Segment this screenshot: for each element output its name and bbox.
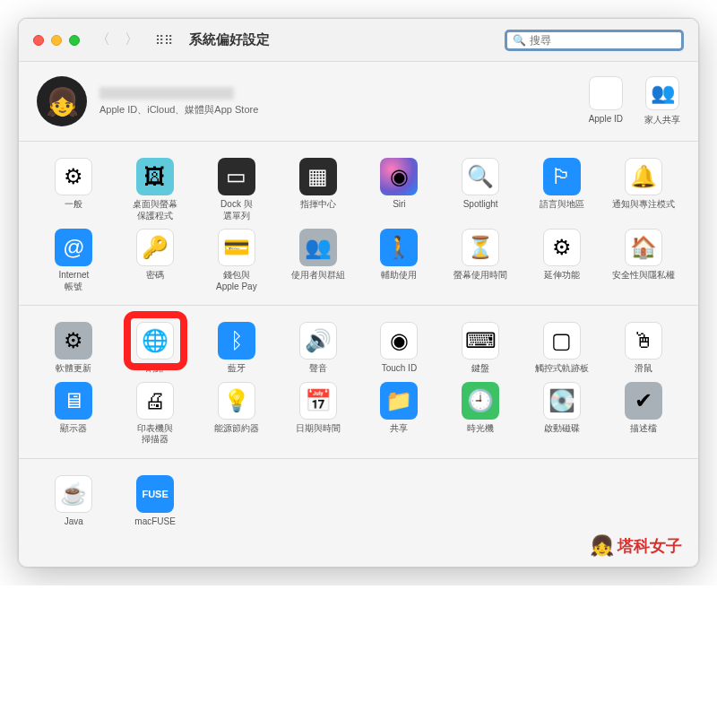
pref-item-startup[interactable]: 💽啟動磁碟: [523, 378, 601, 449]
forward-button[interactable]: 〉: [121, 29, 143, 51]
sharing-label: 共享: [390, 423, 408, 435]
touchid-label: Touch ID: [382, 363, 417, 375]
datetime-icon: 📅: [299, 382, 337, 420]
bluetooth-label: 藍牙: [228, 363, 246, 375]
pref-item-users[interactable]: 👥使用者與群組: [279, 225, 357, 296]
pref-item-wallet[interactable]: 💳錢包與 Apple Pay: [198, 225, 276, 296]
timemachine-icon: 🕘: [462, 382, 499, 420]
trackpad-label: 觸控式軌跡板: [535, 363, 589, 375]
general-icon: ⚙︎: [55, 158, 92, 195]
notifications-icon: 🔔: [625, 158, 662, 195]
accessibility-label: 輔助使用: [381, 270, 417, 282]
pref-item-screentime[interactable]: ⏳螢幕使用時間: [442, 225, 520, 296]
apple-id-button[interactable]: Apple ID: [589, 76, 623, 126]
search-input[interactable]: [530, 34, 676, 47]
pref-item-keyboard[interactable]: ⌨鍵盤: [442, 318, 520, 378]
pref-item-energy[interactable]: 💡能源節約器: [198, 378, 276, 449]
startup-icon: 💽: [543, 382, 581, 420]
network-icon: 🌐: [136, 322, 174, 360]
mission-icon: ▦: [299, 158, 337, 195]
search-field[interactable]: 🔍: [505, 30, 684, 51]
software-update-label: 軟體更新: [56, 363, 91, 375]
pref-item-mouse[interactable]: 🖱滑鼠: [604, 318, 682, 378]
close-button[interactable]: [33, 35, 44, 46]
internet-icon: @: [55, 229, 92, 266]
pref-item-displays[interactable]: 🖥顯示器: [35, 378, 113, 449]
pref-item-sharing[interactable]: 📁共享: [360, 378, 438, 449]
titlebar: 〈 〉 ⠿⠿ 系統偏好設定 🔍: [19, 19, 698, 62]
pref-row: ☕JavaFUSEmacFUSE: [35, 472, 682, 532]
pref-section: ☕JavaFUSEmacFUSE👧塔科女子: [19, 459, 698, 568]
pref-item-java[interactable]: ☕Java: [35, 472, 113, 532]
zoom-button[interactable]: [69, 35, 80, 46]
passwords-label: 密碼: [146, 270, 164, 282]
pref-item-profiles[interactable]: ✔描述檔: [604, 378, 682, 449]
pref-item-accessibility[interactable]: 🚶輔助使用: [360, 225, 438, 296]
apple-id-label: Apple ID: [589, 114, 623, 124]
pref-item-dock[interactable]: ▭Dock 與 選單列: [198, 154, 276, 225]
pref-item-spotlight[interactable]: 🔍Spotlight: [442, 154, 520, 225]
touchid-icon: ◉: [380, 322, 418, 360]
pref-item-language[interactable]: 🏳語言與地區: [523, 154, 601, 225]
energy-icon: 💡: [218, 382, 255, 420]
family-icon: 👥: [645, 76, 679, 110]
pref-item-passwords[interactable]: 🔑密碼: [117, 225, 194, 296]
pref-item-timemachine[interactable]: 🕘時光機: [442, 378, 520, 449]
pref-item-datetime[interactable]: 📅日期與時間: [279, 378, 357, 449]
avatar[interactable]: 👧: [37, 76, 87, 126]
pref-item-macfuse[interactable]: FUSEmacFUSE: [117, 472, 194, 532]
displays-label: 顯示器: [60, 423, 87, 435]
language-icon: 🏳: [543, 158, 581, 195]
account-subtitle: Apple ID、iCloud、媒體與App Store: [99, 103, 589, 117]
pref-row: @Internet 帳號🔑密碼💳錢包與 Apple Pay👥使用者與群組🚶輔助使…: [35, 225, 682, 296]
nav-arrows: 〈 〉: [92, 29, 143, 51]
pref-row: ⚙軟體更新🌐網路ᛒ藍牙🔊聲音◉Touch ID⌨鍵盤▢觸控式軌跡板🖱滑鼠: [35, 318, 682, 378]
pref-item-internet[interactable]: @Internet 帳號: [35, 225, 113, 296]
screentime-label: 螢幕使用時間: [454, 270, 507, 282]
pref-item-trackpad[interactable]: ▢觸控式軌跡板: [523, 318, 601, 378]
sharing-icon: 📁: [380, 382, 418, 420]
pref-item-bluetooth[interactable]: ᛒ藍牙: [198, 318, 276, 378]
account-name-redacted: [99, 87, 234, 100]
accessibility-icon: 🚶: [380, 229, 418, 266]
pref-item-general[interactable]: ⚙︎一般: [35, 154, 113, 225]
pref-item-touchid[interactable]: ◉Touch ID: [360, 318, 438, 378]
pref-item-notifications[interactable]: 🔔通知與專注模式: [604, 154, 682, 225]
java-icon: ☕: [55, 475, 92, 513]
trackpad-icon: ▢: [543, 322, 581, 360]
language-label: 語言與地區: [540, 199, 584, 211]
search-icon: 🔍: [513, 34, 526, 47]
back-button[interactable]: 〈: [92, 29, 114, 51]
energy-label: 能源節約器: [214, 423, 259, 435]
mouse-icon: 🖱: [625, 322, 662, 360]
grid-icon[interactable]: ⠿⠿: [155, 33, 173, 48]
pref-item-mission[interactable]: ▦指揮中心: [279, 154, 357, 225]
extensions-icon: ⚙: [543, 229, 581, 266]
general-label: 一般: [65, 199, 82, 211]
pref-item-siri[interactable]: ◉Siri: [360, 154, 438, 225]
displays-icon: 🖥: [55, 382, 92, 420]
java-label: Java: [65, 516, 83, 528]
family-sharing-button[interactable]: 👥 家人共享: [644, 76, 680, 126]
watermark-icon: 👧: [590, 534, 614, 558]
sound-icon: 🔊: [299, 322, 337, 360]
pref-item-extensions[interactable]: ⚙延伸功能: [523, 225, 601, 296]
macfuse-label: macFUSE: [134, 516, 176, 528]
profiles-icon: ✔: [625, 382, 662, 420]
pref-item-printers[interactable]: 🖨印表機與 掃描器: [117, 378, 194, 449]
system-preferences-window: 〈 〉 ⠿⠿ 系統偏好設定 🔍 👧 Apple ID、iCloud、媒體與App…: [18, 18, 699, 568]
printers-label: 印表機與 掃描器: [137, 423, 173, 446]
notifications-label: 通知與專注模式: [612, 199, 675, 211]
watermark-text: 塔科女子: [618, 535, 682, 557]
network-label: 網路: [146, 363, 164, 375]
minimize-button[interactable]: [51, 35, 62, 46]
pref-item-software-update[interactable]: ⚙軟體更新: [35, 318, 113, 378]
pref-item-security[interactable]: 🏠安全性與隱私權: [604, 225, 682, 296]
window-title: 系統偏好設定: [189, 31, 270, 48]
security-icon: 🏠: [625, 229, 662, 266]
pref-item-sound[interactable]: 🔊聲音: [279, 318, 357, 378]
watermark: 👧塔科女子: [590, 534, 682, 558]
wallet-icon: 💳: [218, 229, 255, 266]
pref-item-desktop[interactable]: 🖼桌面與螢幕 保護程式: [117, 154, 194, 225]
pref-item-network[interactable]: 🌐網路: [117, 318, 194, 378]
